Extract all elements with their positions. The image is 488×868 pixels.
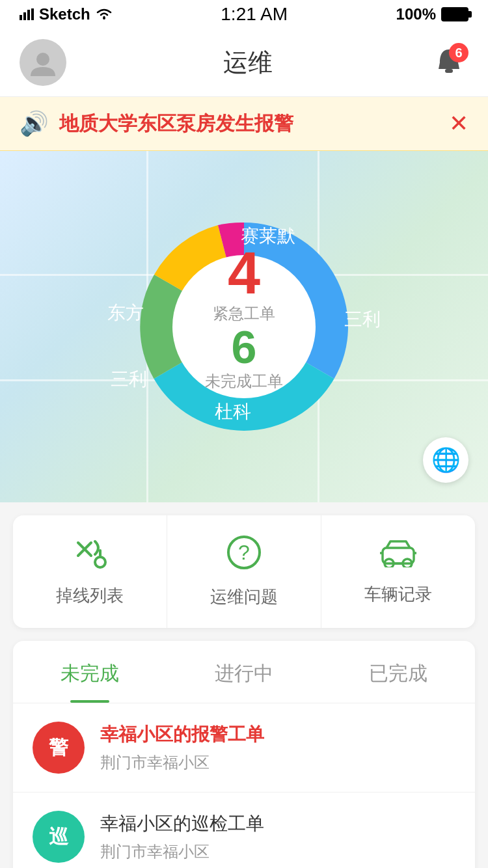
status-carrier: Sketch — [20, 5, 113, 23]
work-order-1-avatar: 警 — [33, 722, 85, 774]
question-icon: ? — [226, 535, 262, 578]
work-order-2-avatar: 巡 — [33, 811, 85, 863]
status-battery: 100% — [396, 5, 468, 23]
alert-text: 地质大学东区泵房发生报警 — [59, 111, 439, 137]
wifi-icon — [96, 8, 113, 20]
svg-rect-1 — [23, 12, 26, 20]
alert-banner: 🔊 地质大学东区泵房发生报警 ✕ — [0, 97, 488, 151]
action-dropout-list[interactable]: 掉线列表 — [13, 515, 167, 628]
action-ops-label: 运维问题 — [210, 586, 278, 608]
globe-icon: 🌐 — [431, 446, 461, 474]
work-order-2-title: 幸福小区的巡检工单 — [100, 811, 455, 836]
signal-icon — [20, 8, 34, 20]
incomplete-count: 6 — [205, 324, 283, 370]
urgent-count: 4 — [205, 244, 283, 303]
tab-inprogress[interactable]: 进行中 — [167, 641, 321, 703]
dropout-icon — [72, 536, 108, 576]
action-ops-issues[interactable]: ? 运维问题 — [167, 515, 321, 628]
status-time: 1:21 AM — [221, 4, 288, 25]
segment-label-duke: 杜科 — [215, 400, 251, 424]
svg-rect-14 — [383, 548, 414, 563]
notification-bell[interactable]: 6 — [429, 43, 468, 82]
user-icon — [29, 49, 57, 76]
svg-text:?: ? — [238, 541, 250, 564]
work-order-section: 未完成 进行中 已完成 警 幸福小区的报警工单 荆门市幸福小区 巡 幸福小区的巡… — [13, 641, 475, 868]
map-chart-area: 4 紧急工单 6 未完成工单 赛莱默 三利 杜科 三利 东方 🌐 — [0, 151, 488, 502]
page-title: 运维 — [223, 46, 273, 79]
avatar[interactable] — [20, 39, 66, 86]
svg-rect-0 — [20, 15, 22, 20]
work-order-2[interactable]: 巡 幸福小区的巡检工单 荆门市幸福小区 — [13, 793, 475, 868]
globe-button[interactable]: 🌐 — [423, 437, 468, 483]
battery-icon — [441, 7, 468, 21]
car-icon — [379, 537, 418, 575]
header: 运维 6 — [0, 29, 488, 97]
action-vehicle-label: 车辆记录 — [364, 583, 432, 606]
tab-completed[interactable]: 已完成 — [321, 641, 475, 703]
work-order-1-title: 幸福小区的报警工单 — [100, 722, 455, 747]
quick-actions: 掉线列表 ? 运维问题 车辆记录 — [13, 515, 475, 628]
svg-rect-3 — [31, 8, 34, 20]
donut-chart: 4 紧急工单 6 未完成工单 赛莱默 三利 杜科 三利 东方 — [114, 197, 374, 457]
action-vehicle-records[interactable]: 车辆记录 — [321, 515, 475, 628]
work-order-1[interactable]: 警 幸福小区的报警工单 荆门市幸福小区 — [13, 703, 475, 793]
incomplete-label: 未完成工单 — [205, 370, 283, 392]
tabs-header: 未完成 进行中 已完成 — [13, 641, 475, 703]
svg-point-5 — [36, 53, 49, 66]
segment-label-sanli2: 三利 — [111, 367, 147, 392]
work-order-1-content: 幸福小区的报警工单 荆门市幸福小区 — [100, 722, 455, 773]
work-order-1-location: 荆门市幸福小区 — [100, 752, 455, 773]
svg-rect-6 — [445, 69, 453, 73]
alert-close-button[interactable]: ✕ — [449, 110, 468, 137]
segment-label-sanli1: 三利 — [344, 307, 381, 332]
svg-point-10 — [95, 557, 105, 567]
tab-incomplete[interactable]: 未完成 — [13, 641, 167, 703]
work-order-2-location: 荆门市幸福小区 — [100, 841, 455, 862]
chart-center: 4 紧急工单 6 未完成工单 — [205, 244, 283, 392]
alert-sound-icon: 🔊 — [20, 110, 49, 137]
segment-label-dongfang: 东方 — [107, 301, 144, 325]
action-dropout-label: 掉线列表 — [56, 584, 124, 607]
urgent-label: 紧急工单 — [205, 303, 283, 325]
work-order-2-content: 幸福小区的巡检工单 荆门市幸福小区 — [100, 811, 455, 862]
status-bar: Sketch 1:21 AM 100% — [0, 0, 488, 29]
svg-point-4 — [103, 17, 105, 20]
svg-rect-2 — [27, 10, 30, 20]
notification-badge: 6 — [449, 43, 468, 62]
segment-label-saileimo: 赛莱默 — [241, 224, 295, 249]
